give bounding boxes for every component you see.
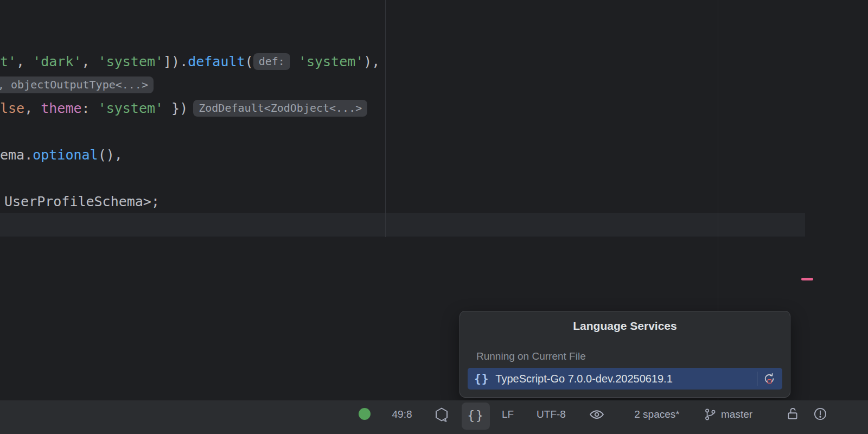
line-separator-widget[interactable]: LF — [492, 400, 524, 429]
code-token: (), — [98, 147, 123, 163]
parameter-hint-inlay: def: — [253, 53, 290, 70]
code-token: 'system' — [98, 54, 163, 69]
braces-icon: {} — [467, 409, 484, 424]
code-line: ema.optional(), — [0, 143, 380, 167]
code-line: UserProfileSchema>; — [4, 190, 380, 213]
popup-title: Language Services — [460, 320, 790, 333]
hexagon-plugin-icon[interactable] — [433, 406, 450, 423]
braces-icon: {} — [474, 372, 489, 385]
code-token: lse — [0, 100, 24, 116]
code-token: 'system' — [98, 100, 163, 116]
service-name: TypeScript-Go 7.0.0-dev.20250619.1 — [495, 373, 755, 385]
git-branch-label: master — [721, 409, 752, 420]
language-services-widget[interactable]: {} — [462, 403, 490, 430]
ide-window: t', 'dark', 'system']).default(def: 'sys… — [0, 0, 868, 434]
code-token: : — [82, 100, 98, 116]
status-bar: 49:8 {} LF UTF-8 2 spaces* — [0, 400, 868, 434]
popup-section-label: Running on Current File — [476, 350, 586, 362]
type-hint-inlay: , objectOutputType<...> — [0, 76, 154, 93]
highlighting-level-eye-icon[interactable] — [589, 406, 605, 423]
code-token: 'system' — [298, 54, 363, 69]
language-service-row[interactable]: {} TypeScript-Go 7.0.0-dev.20250619.1 — [468, 368, 782, 390]
restart-icon — [763, 372, 776, 385]
scrollbar-error-stripe-mark[interactable] — [801, 278, 813, 280]
code-token: ]). — [163, 54, 188, 69]
language-services-popup: Language Services Running on Current Fil… — [459, 311, 790, 398]
code-token: 'dark' — [33, 54, 81, 69]
code-token: , — [82, 54, 98, 69]
unlocked-padlock-icon[interactable] — [785, 406, 800, 422]
code-token: optional — [33, 147, 98, 163]
analysis-status-indicator[interactable] — [359, 408, 371, 420]
indent-widget[interactable]: 2 spaces* — [624, 400, 690, 429]
indent-guide — [385, 0, 386, 237]
type-hint-inlay: ZodDefault<ZodObject<...> — [193, 100, 367, 117]
code-line: t', 'dark', 'system']).default(def: 'sys… — [0, 50, 380, 73]
restart-service-button[interactable] — [763, 372, 776, 385]
code-line — [0, 27, 380, 50]
git-branch-icon — [703, 407, 717, 422]
caret-position-widget[interactable]: 49:8 — [383, 400, 421, 429]
code-line — [0, 3, 380, 27]
git-branch-widget[interactable]: master — [703, 400, 752, 429]
code-line: , objectOutputType<...> — [0, 73, 380, 97]
code-line — [0, 213, 380, 237]
code-area: t', 'dark', 'system']).default(def: 'sys… — [0, 3, 380, 237]
code-token: default — [188, 54, 245, 69]
code-token: }) — [163, 100, 188, 116]
code-token — [290, 54, 298, 69]
code-line — [0, 120, 380, 143]
code-token: t' — [0, 54, 16, 69]
code-line: lse, theme: 'system' })ZodDefault<ZodObj… — [0, 97, 380, 120]
code-token: , — [24, 100, 41, 116]
code-token: ema. — [0, 147, 33, 163]
code-line — [0, 167, 380, 190]
separator — [757, 372, 757, 386]
encoding-widget[interactable]: UTF-8 — [527, 400, 576, 429]
notifications-error-icon[interactable] — [813, 406, 828, 422]
code-token: theme — [41, 100, 81, 116]
code-token: ), — [363, 54, 380, 69]
code-token: ( — [245, 54, 253, 69]
code-token: UserProfileSchema>; — [4, 194, 159, 209]
code-token: , — [16, 54, 33, 69]
